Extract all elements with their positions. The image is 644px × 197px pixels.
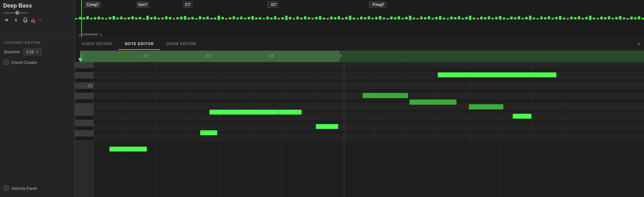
note-block-5[interactable]: [363, 93, 408, 98]
piano-key-c3[interactable]: C3: [75, 83, 93, 89]
svg-rect-109: [476, 18, 479, 19]
svg-rect-120: [518, 16, 520, 19]
scroll-right-arrow[interactable]: ▶: [100, 33, 103, 36]
note-block-7[interactable]: [410, 100, 456, 105]
svg-rect-152: [638, 16, 640, 19]
piano-key-b2[interactable]: [75, 89, 93, 93]
svg-rect-106: [465, 17, 468, 19]
svg-rect-48: [248, 17, 250, 19]
playhead-cursor: [81, 0, 82, 37]
piano-key-e2[interactable]: [75, 116, 93, 120]
svg-rect-141: [596, 18, 599, 19]
svg-rect-153: [641, 18, 644, 19]
svg-rect-19: [139, 17, 141, 19]
svg-rect-64: [308, 17, 310, 19]
svg-rect-26: [165, 16, 168, 19]
svg-rect-96: [428, 16, 430, 19]
track-name: Deep Bass: [3, 3, 71, 9]
piano-key-f2[interactable]: [75, 110, 93, 116]
piano-key-d3[interactable]: [75, 72, 93, 79]
chord-label-fmaj7: Fmaj7: [370, 1, 387, 8]
quantize-row: Quantize 1/16 ▼: [0, 46, 74, 57]
svg-rect-56: [278, 18, 280, 19]
scroll-thumb[interactable]: [83, 34, 98, 35]
note-block-4[interactable]: [200, 130, 217, 135]
note-block-3[interactable]: [316, 124, 338, 129]
scroll-left-arrow[interactable]: ◀: [78, 33, 81, 36]
timeline-marker-2-2: 2.2: [143, 54, 148, 58]
tab-note-editor[interactable]: NOTE EDITOR: [118, 39, 160, 50]
piano-key-db2[interactable]: [75, 126, 93, 130]
quantize-select[interactable]: 1/16 ▼: [23, 48, 42, 55]
svg-rect-22: [150, 17, 153, 19]
svg-rect-78: [360, 17, 363, 19]
bars-icon: [31, 17, 35, 23]
piano-key-a2[interactable]: [75, 93, 93, 99]
piano-roll: C3: [75, 62, 644, 197]
svg-rect-71: [334, 17, 336, 19]
svg-rect-102: [450, 17, 453, 19]
svg-rect-20: [143, 18, 145, 19]
svg-rect-147: [619, 16, 621, 20]
svg-rect-14: [120, 17, 123, 19]
svg-rect-89: [401, 18, 404, 19]
mute-button[interactable]: M: [3, 17, 10, 23]
inactive-region: [340, 51, 644, 62]
piano-key-g2[interactable]: [75, 103, 93, 110]
tab-row: AUDIO EDITOR NOTE EDITOR DRUM EDITOR: [75, 38, 644, 51]
tab-expand-button[interactable]: [635, 38, 644, 50]
note-block-10[interactable]: [109, 147, 147, 152]
piano-key-ab2[interactable]: [75, 99, 93, 103]
note-timeline: 2 2.2 2.3 2.4 3: [75, 51, 644, 62]
track-waveform: // We'll just draw them as polylines in …: [75, 9, 644, 29]
svg-rect-105: [461, 18, 464, 19]
svg-rect-45: [236, 18, 239, 19]
track-controls: M S ～: [3, 17, 71, 23]
svg-rect-66: [315, 17, 318, 19]
piano-key-c2[interactable]: [75, 130, 93, 137]
svg-rect-138: [585, 17, 588, 19]
piano-key-e3[interactable]: [75, 62, 93, 68]
svg-rect-93: [416, 18, 419, 19]
velocity-panel-row: Velocity Panel: [4, 186, 37, 191]
chord-creator-label: Chord Creator: [11, 60, 37, 65]
svg-rect-142: [600, 17, 603, 19]
svg-rect-146: [615, 17, 618, 19]
svg-rect-47: [244, 18, 246, 19]
piano-key-eb3[interactable]: [75, 68, 93, 72]
piano-key-b1[interactable]: [75, 137, 93, 141]
tab-audio-editor[interactable]: AUDIO EDITOR: [75, 39, 118, 50]
solo-button[interactable]: S: [13, 17, 19, 23]
svg-rect-144: [608, 16, 610, 19]
wave-icon: ～: [38, 17, 42, 23]
svg-rect-81: [371, 18, 374, 19]
volume-slider[interactable]: [3, 12, 28, 13]
svg-rect-13: [116, 18, 119, 19]
velocity-panel-checkbox[interactable]: [4, 186, 9, 191]
note-block-2[interactable]: [278, 110, 302, 115]
note-block-1[interactable]: [209, 110, 278, 115]
piano-key-d2[interactable]: [75, 120, 93, 126]
svg-rect-68: [323, 18, 325, 19]
note-block-8[interactable]: [469, 104, 503, 109]
svg-rect-59: [289, 17, 291, 19]
svg-rect-76: [353, 18, 355, 19]
svg-rect-61: [296, 17, 299, 19]
timeline-marker-2-4: 2.4: [268, 54, 273, 58]
piano-key-db3[interactable]: [75, 79, 93, 83]
svg-rect-99: [439, 16, 441, 20]
svg-rect-131: [559, 16, 561, 20]
chord-creator-checkbox[interactable]: [4, 60, 9, 65]
svg-rect-0: [24, 17, 27, 21]
svg-rect-58: [285, 16, 288, 20]
tab-drum-editor[interactable]: DRUM EDITOR: [160, 39, 202, 50]
svg-rect-149: [626, 18, 629, 19]
svg-rect-128: [548, 16, 550, 19]
note-block-6[interactable]: [438, 72, 556, 77]
note-block-9[interactable]: [513, 114, 531, 119]
note-grid[interactable]: [94, 62, 644, 197]
svg-rect-124: [533, 18, 535, 19]
svg-rect-139: [589, 16, 591, 20]
svg-rect-125: [536, 18, 539, 19]
svg-rect-60: [293, 18, 295, 19]
